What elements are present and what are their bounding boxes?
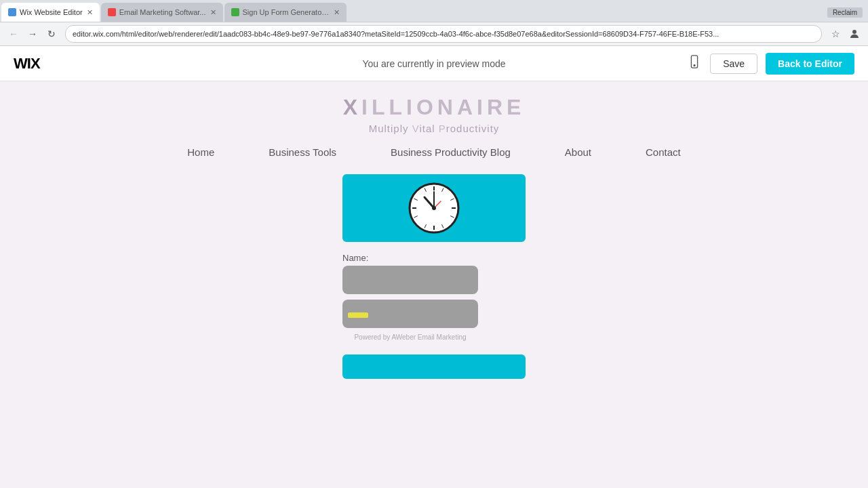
site-title: XILLIONAIRE bbox=[343, 95, 526, 120]
site-subtitle: Multiply Vital Productivity bbox=[343, 123, 526, 134]
tab-close-signup[interactable]: ✕ bbox=[334, 8, 340, 17]
wix-logo: WIX bbox=[14, 55, 40, 73]
hero-banner bbox=[342, 174, 526, 242]
active-tab[interactable]: Wix Website Editor ✕ bbox=[1, 3, 100, 22]
inactive-tab-email[interactable]: Email Marketing Softwar... ✕ bbox=[101, 3, 223, 22]
subtitle-m: M bbox=[369, 123, 378, 134]
name-label: Name: bbox=[342, 253, 368, 263]
tab-close-email[interactable]: ✕ bbox=[210, 8, 216, 17]
subtitle-roductivity: roductivity bbox=[446, 123, 500, 134]
site-navigation: Home Business Tools Business Productivit… bbox=[0, 146, 868, 158]
bottom-banner bbox=[342, 354, 526, 379]
svg-point-19 bbox=[432, 206, 436, 210]
back-nav-button[interactable]: ← bbox=[5, 26, 22, 42]
email-input-wrapper bbox=[342, 300, 478, 331]
address-bar[interactable]: editor.wix.com/html/editor/web/renderer/… bbox=[65, 25, 822, 43]
tab-label-email: Email Marketing Softwar... bbox=[119, 8, 206, 16]
profile-button[interactable] bbox=[846, 26, 863, 42]
clock-graphic bbox=[407, 181, 461, 235]
powered-by-text: Powered by AWeber Email Marketing bbox=[342, 333, 478, 341]
page-content: XILLIONAIRE Multiply Vital Productivity … bbox=[0, 81, 868, 488]
tab-close-wix[interactable]: ✕ bbox=[87, 8, 93, 17]
nav-contact[interactable]: Contact bbox=[646, 146, 681, 158]
subtitle-ital: ital bbox=[419, 123, 438, 134]
forward-nav-button[interactable]: → bbox=[24, 26, 41, 42]
tab-label-wix: Wix Website Editor bbox=[20, 8, 83, 16]
mobile-view-icon[interactable] bbox=[687, 54, 702, 73]
tab-favicon-email bbox=[108, 8, 116, 16]
save-button[interactable]: Save bbox=[710, 54, 757, 74]
nav-business-tools[interactable]: Business Tools bbox=[269, 146, 336, 158]
name-input[interactable] bbox=[342, 266, 478, 294]
subtitle-v: V bbox=[412, 123, 420, 134]
nav-about[interactable]: About bbox=[565, 146, 591, 158]
reclaim-button[interactable]: Reclaim bbox=[827, 7, 863, 18]
site-header: XILLIONAIRE Multiply Vital Productivity bbox=[343, 95, 526, 134]
nav-blog[interactable]: Business Productivity Blog bbox=[391, 146, 511, 158]
subtitle-p: P bbox=[439, 123, 446, 134]
tab-favicon-signup bbox=[231, 8, 239, 16]
site-title-rest: ILLIONAIRE bbox=[361, 95, 525, 119]
inactive-tab-signup[interactable]: Sign Up Form Generator... ✕ bbox=[224, 3, 347, 22]
preview-message: You are currently in preview mode bbox=[362, 58, 505, 69]
wix-editor-header: WIX You are currently in preview mode Sa… bbox=[0, 46, 868, 81]
email-indicator bbox=[348, 312, 368, 318]
header-actions: Save Back to Editor bbox=[687, 53, 854, 75]
tab-favicon-wix bbox=[8, 8, 16, 16]
subtitle-ultiply: ultiply bbox=[378, 123, 412, 134]
address-text: editor.wix.com/html/editor/web/renderer/… bbox=[73, 30, 719, 38]
svg-point-0 bbox=[852, 30, 856, 34]
back-to-editor-button[interactable]: Back to Editor bbox=[766, 53, 854, 75]
site-title-x: X bbox=[343, 95, 361, 119]
nav-home[interactable]: Home bbox=[187, 146, 214, 158]
svg-point-2 bbox=[694, 65, 695, 66]
bookmark-button[interactable]: ☆ bbox=[827, 26, 844, 42]
reload-button[interactable]: ↻ bbox=[43, 26, 60, 42]
tab-label-signup: Sign Up Form Generator... bbox=[243, 8, 330, 16]
form-section: Name: Powered by AWeber Email Marketing bbox=[342, 253, 526, 352]
